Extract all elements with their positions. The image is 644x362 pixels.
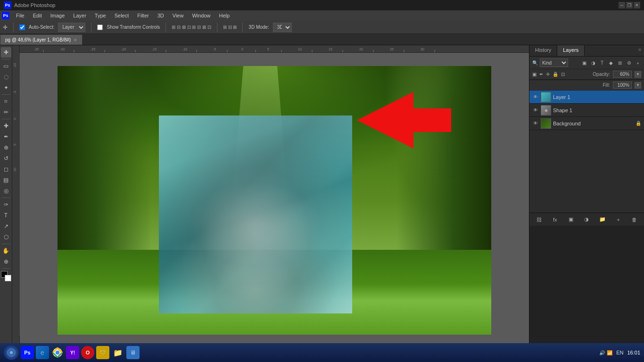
filter-row: 🔍 Kind ▣ ◑ T ◆ ⊞ ⚙ ▲ xyxy=(529,57,644,69)
menu-help[interactable]: Help xyxy=(215,12,234,19)
bg-visibility-icon[interactable]: 👁 xyxy=(532,120,539,127)
svg-point-40 xyxy=(56,351,59,354)
fx-btn[interactable]: fx xyxy=(550,215,560,224)
layer-item-background[interactable]: 👁 Background 🔒 xyxy=(529,117,644,130)
eraser-tool-btn[interactable]: ◻ xyxy=(1,164,11,174)
doc-tab-close[interactable]: ✕ xyxy=(74,38,77,42)
move-tool-icon[interactable]: ✛ xyxy=(3,24,8,31)
lock-pixels-icon[interactable]: ✒ xyxy=(539,72,543,77)
menu-type[interactable]: Type xyxy=(91,12,110,19)
menu-select[interactable]: Select xyxy=(111,12,133,19)
marquee-tool-btn[interactable]: ▭ xyxy=(1,61,11,71)
autoselect-select[interactable]: Layer Group xyxy=(58,23,85,32)
adj-btn[interactable]: ◑ xyxy=(582,215,591,224)
menu-3d[interactable]: 3D xyxy=(154,12,168,19)
shape1-visibility-icon[interactable]: 👁 xyxy=(532,107,539,114)
ps-logo: Ps xyxy=(4,1,11,9)
opacity-dropdown[interactable]: ▼ xyxy=(635,71,641,78)
taskbar-monitor[interactable]: 🖥 xyxy=(126,346,140,359)
transform-checkbox[interactable] xyxy=(97,25,103,30)
link-layers-btn[interactable]: ⛓ xyxy=(535,215,544,224)
menu-view[interactable]: View xyxy=(169,12,188,19)
history-brush-btn[interactable]: ↺ xyxy=(1,153,11,164)
pen-tool-btn[interactable]: ✑ xyxy=(1,199,11,210)
taskbar-chrome[interactable] xyxy=(51,346,64,359)
color-swatch[interactable] xyxy=(1,271,11,281)
taskbar-yahoo[interactable]: Y! xyxy=(66,346,79,359)
opacity-row: ▣ ✒ ✛ 🔒 ⊡ Opacity: ▼ xyxy=(529,69,644,80)
shape-tool-btn[interactable]: ⬡ xyxy=(1,232,11,242)
filter-smart-icon[interactable]: ⊞ xyxy=(616,59,624,66)
language-indicator[interactable]: EN xyxy=(616,350,623,355)
opacity-input[interactable] xyxy=(613,71,632,78)
eyedropper-tool-btn[interactable]: ✏ xyxy=(1,107,11,117)
hand-tool-btn[interactable]: ✋ xyxy=(1,246,11,256)
mask-btn[interactable]: ▣ xyxy=(566,215,576,224)
menu-window[interactable]: Window xyxy=(188,12,214,19)
new-layer-btn[interactable]: + xyxy=(614,215,623,224)
restore-btn[interactable]: ❐ xyxy=(626,2,633,8)
layer-item-layer1[interactable]: 👁 Layer 1 xyxy=(529,90,644,104)
bg-lock-icon: 🔒 xyxy=(636,121,641,126)
clone-tool-btn[interactable]: ⊕ xyxy=(1,142,11,153)
dodge-tool-btn[interactable]: ◎ xyxy=(1,186,11,196)
move-tool-btn[interactable]: ✛ xyxy=(1,47,11,58)
lock-position-icon[interactable]: ✛ xyxy=(546,72,550,77)
lasso-tool-btn[interactable]: ◌ xyxy=(1,72,11,82)
filter-type-icon[interactable]: T xyxy=(598,59,606,66)
crop-tool-btn[interactable]: ⌗ xyxy=(1,96,11,107)
start-button[interactable] xyxy=(4,345,19,360)
filter-pixel-icon[interactable]: ▣ xyxy=(580,59,588,66)
svg-text:-10: -10 xyxy=(182,48,187,51)
speaker-icon[interactable]: 🔊 xyxy=(599,350,605,355)
window-controls[interactable]: ─ ❐ ✕ xyxy=(619,2,640,8)
svg-text:10: 10 xyxy=(13,168,17,172)
svg-text:-35: -35 xyxy=(34,48,39,51)
close-btn[interactable]: ✕ xyxy=(634,2,640,8)
panel-close-btn[interactable]: ≡ xyxy=(636,45,644,56)
autoselect-checkbox[interactable] xyxy=(19,25,25,30)
svg-text:5: 5 xyxy=(13,144,17,146)
doc-tab-active[interactable]: pg @ 48,6% (Layer 1, RGB/8#) ✕ xyxy=(0,34,83,45)
wand-tool-btn[interactable]: ✦ xyxy=(1,82,11,93)
taskbar-folder[interactable]: 📁 xyxy=(111,346,124,359)
taskbar-security[interactable]: 🛡 xyxy=(96,346,109,359)
menu-filter[interactable]: Filter xyxy=(133,12,152,19)
threed-mode-select[interactable]: 3D xyxy=(273,23,292,32)
delete-layer-btn[interactable]: 🗑 xyxy=(629,215,639,224)
tab-history[interactable]: History xyxy=(529,45,557,56)
filter-toggle-icon[interactable]: ⚙ xyxy=(625,59,633,66)
transform-icons: ⊞ ⊟ ⊠ ⊡ ⊞ ⊟ ⊠ ⊡ xyxy=(172,25,211,30)
gradient-tool-btn[interactable]: ▤ xyxy=(1,175,11,185)
heal-tool-btn[interactable]: ✚ xyxy=(1,121,11,131)
menu-image[interactable]: Image xyxy=(47,12,69,19)
path-select-btn[interactable]: ↗ xyxy=(1,221,11,231)
kind-select[interactable]: Kind xyxy=(540,58,568,67)
brush-tool-btn[interactable]: ✒ xyxy=(1,132,11,142)
shape1-thumbnail: ◆ xyxy=(541,105,551,115)
panel-collapse-btn[interactable]: ▲ xyxy=(635,61,641,65)
network-icon[interactable]: 📶 xyxy=(607,350,612,355)
lock-all-icon[interactable]: 🔒 xyxy=(553,72,558,77)
menu-layer[interactable]: Layer xyxy=(69,12,90,19)
filter-adj-icon[interactable]: ◑ xyxy=(589,59,597,66)
artboard-icon[interactable]: ⊡ xyxy=(561,72,565,77)
text-tool-btn[interactable]: T xyxy=(1,210,11,221)
menu-edit[interactable]: Edit xyxy=(29,12,46,19)
menu-file[interactable]: File xyxy=(12,12,28,19)
fill-dropdown[interactable]: ▼ xyxy=(635,82,641,89)
tab-layers[interactable]: Layers xyxy=(557,45,585,56)
lock-transparency-icon[interactable]: ▣ xyxy=(532,72,537,77)
taskbar-photoshop[interactable]: Ps xyxy=(21,346,34,359)
right-panel: History Layers ≡ 🔍 Kind ▣ ◑ T ◆ ⊞ ⚙ ▲ xyxy=(529,45,644,348)
layer-item-shape1[interactable]: 👁 ◆ Shape 1 xyxy=(529,104,644,117)
taskbar-ie[interactable]: e xyxy=(36,346,49,359)
minimize-btn[interactable]: ─ xyxy=(619,2,625,8)
fill-input[interactable] xyxy=(613,82,632,89)
group-btn[interactable]: 📁 xyxy=(598,215,607,224)
zoom-tool-btn[interactable]: ⊕ xyxy=(1,256,11,267)
taskbar-opera[interactable]: O xyxy=(81,346,94,359)
layer1-visibility-icon[interactable]: 👁 xyxy=(532,94,539,100)
filter-shape-icon[interactable]: ◆ xyxy=(607,59,615,66)
document-canvas[interactable] xyxy=(58,66,491,335)
